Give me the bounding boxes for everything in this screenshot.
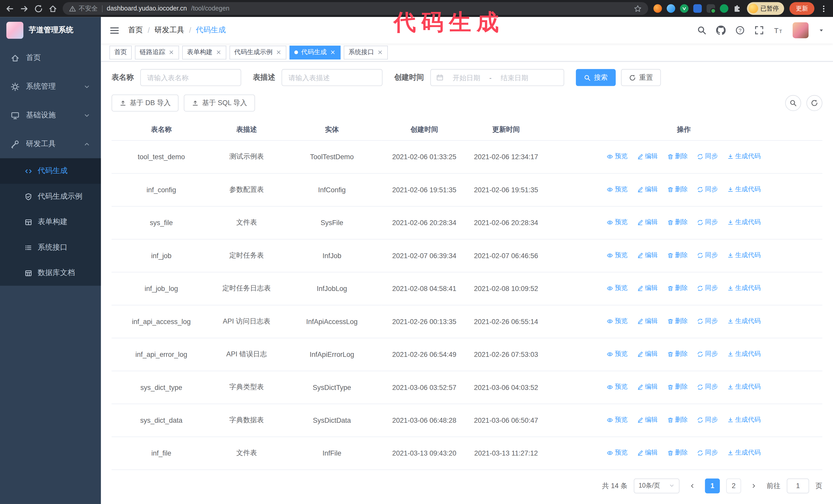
generate-code-link[interactable]: 生成代码 — [727, 448, 761, 457]
delete-link[interactable]: 删除 — [667, 350, 688, 359]
tab-system-api[interactable]: 系统接口 — [344, 45, 388, 59]
sync-link[interactable]: 同步 — [697, 152, 718, 161]
tab-trace[interactable]: 链路追踪 — [135, 45, 179, 59]
tab-form-builder[interactable]: 表单构建 — [182, 45, 226, 59]
generate-code-link[interactable]: 生成代码 — [727, 152, 761, 161]
sidebar-item-system-api[interactable]: 系统接口 — [0, 235, 101, 260]
table-desc-input[interactable] — [282, 69, 383, 86]
delete-link[interactable]: 删除 — [667, 284, 688, 293]
github-icon[interactable] — [716, 25, 725, 35]
start-date-input[interactable] — [446, 74, 487, 81]
next-page-button[interactable] — [747, 478, 760, 493]
page-1-button[interactable]: 1 — [705, 478, 720, 493]
generate-code-link[interactable]: 生成代码 — [727, 415, 761, 425]
delete-link[interactable]: 删除 — [667, 218, 688, 227]
sidebar-item-codegen-example[interactable]: 代码生成示例 — [0, 184, 101, 209]
tab-codegen[interactable]: 代码生成 — [290, 45, 341, 59]
sync-link[interactable]: 同步 — [697, 185, 718, 194]
help-icon[interactable] — [735, 25, 745, 35]
generate-code-link[interactable]: 生成代码 — [727, 317, 761, 326]
generate-code-link[interactable]: 生成代码 — [727, 383, 761, 391]
close-icon[interactable] — [377, 49, 383, 55]
edit-link[interactable]: 编辑 — [637, 415, 658, 425]
close-icon[interactable] — [330, 49, 336, 55]
edit-link[interactable]: 编辑 — [637, 448, 658, 457]
extensions-puzzle-icon[interactable] — [733, 4, 741, 13]
extension-icon-1[interactable] — [653, 4, 662, 13]
preview-link[interactable]: 预览 — [607, 218, 628, 227]
preview-link[interactable]: 预览 — [607, 185, 628, 194]
generate-code-link[interactable]: 生成代码 — [727, 350, 761, 359]
close-icon[interactable] — [168, 49, 174, 55]
preview-link[interactable]: 预览 — [607, 152, 628, 161]
sidebar-item-system[interactable]: 系统管理 — [0, 72, 101, 101]
import-sql-button[interactable]: 基于 SQL 导入 — [184, 95, 255, 112]
delete-link[interactable]: 删除 — [667, 185, 688, 194]
sidebar-toggle-icon[interactable] — [110, 25, 119, 35]
reload-icon[interactable] — [34, 4, 43, 13]
breadcrumb-devtools[interactable]: 研发工具 — [154, 25, 184, 35]
back-icon[interactable] — [5, 4, 14, 13]
edit-link[interactable]: 编辑 — [637, 317, 658, 326]
bookmark-star-icon[interactable] — [634, 5, 642, 13]
close-icon[interactable] — [216, 49, 222, 55]
browser-menu-icon[interactable] — [820, 5, 828, 13]
sync-link[interactable]: 同步 — [697, 251, 718, 260]
close-icon[interactable] — [276, 49, 282, 55]
page-size-select[interactable]: 10条/页 — [634, 478, 680, 493]
sync-link[interactable]: 同步 — [697, 350, 718, 359]
generate-code-link[interactable]: 生成代码 — [727, 251, 761, 260]
delete-link[interactable]: 删除 — [667, 448, 688, 457]
extension-icon-5[interactable] — [719, 4, 728, 13]
table-name-input[interactable] — [140, 69, 241, 86]
end-date-input[interactable] — [494, 74, 535, 81]
tab-codegen-example[interactable]: 代码生成示例 — [230, 45, 286, 59]
generate-code-link[interactable]: 生成代码 — [727, 284, 761, 293]
edit-link[interactable]: 编辑 — [637, 185, 658, 194]
refresh-table-button[interactable] — [806, 95, 822, 111]
delete-link[interactable]: 删除 — [667, 251, 688, 260]
extension-icon-2[interactable] — [666, 4, 675, 13]
goto-page-input[interactable] — [787, 478, 809, 493]
page-2-button[interactable]: 2 — [726, 478, 741, 493]
search-button[interactable]: 搜索 — [576, 69, 616, 86]
sidebar-item-db-doc[interactable]: 数据库文档 — [0, 260, 101, 286]
preview-link[interactable]: 预览 — [607, 383, 628, 391]
prev-page-button[interactable] — [686, 478, 699, 493]
edit-link[interactable]: 编辑 — [637, 152, 658, 161]
preview-link[interactable]: 预览 — [607, 317, 628, 326]
generate-code-link[interactable]: 生成代码 — [727, 218, 761, 227]
preview-link[interactable]: 预览 — [607, 415, 628, 425]
edit-link[interactable]: 编辑 — [637, 383, 658, 391]
edit-link[interactable]: 编辑 — [637, 284, 658, 293]
generate-code-link[interactable]: 生成代码 — [727, 185, 761, 194]
sync-link[interactable]: 同步 — [697, 448, 718, 457]
delete-link[interactable]: 删除 — [667, 415, 688, 425]
avatar-caret-icon[interactable] — [818, 27, 825, 33]
reset-button[interactable]: 重置 — [621, 69, 661, 86]
preview-link[interactable]: 预览 — [607, 284, 628, 293]
sidebar-item-form-builder[interactable]: 表单构建 — [0, 209, 101, 235]
sidebar-item-devtools[interactable]: 研发工具 — [0, 129, 101, 158]
forward-icon[interactable] — [20, 4, 29, 13]
sync-link[interactable]: 同步 — [697, 383, 718, 391]
sync-link[interactable]: 同步 — [697, 284, 718, 293]
tab-home[interactable]: 首页 — [110, 45, 132, 59]
sidebar-item-codegen[interactable]: 代码生成 — [0, 158, 101, 184]
date-range-picker[interactable]: - — [430, 69, 564, 86]
browser-update-button[interactable]: 更新 — [789, 2, 814, 15]
toggle-search-button[interactable] — [785, 95, 801, 111]
import-db-button[interactable]: 基于 DB 导入 — [112, 95, 178, 112]
preview-link[interactable]: 预览 — [607, 448, 628, 457]
preview-link[interactable]: 预览 — [607, 350, 628, 359]
fullscreen-icon[interactable] — [754, 25, 764, 35]
preview-link[interactable]: 预览 — [607, 251, 628, 260]
sync-link[interactable]: 同步 — [697, 317, 718, 326]
edit-link[interactable]: 编辑 — [637, 350, 658, 359]
vue-devtools-icon[interactable] — [680, 4, 688, 13]
extension-icon-4[interactable] — [706, 4, 715, 13]
delete-link[interactable]: 删除 — [667, 383, 688, 391]
sync-link[interactable]: 同步 — [697, 218, 718, 227]
user-avatar[interactable] — [792, 22, 808, 38]
search-icon[interactable] — [697, 25, 706, 35]
